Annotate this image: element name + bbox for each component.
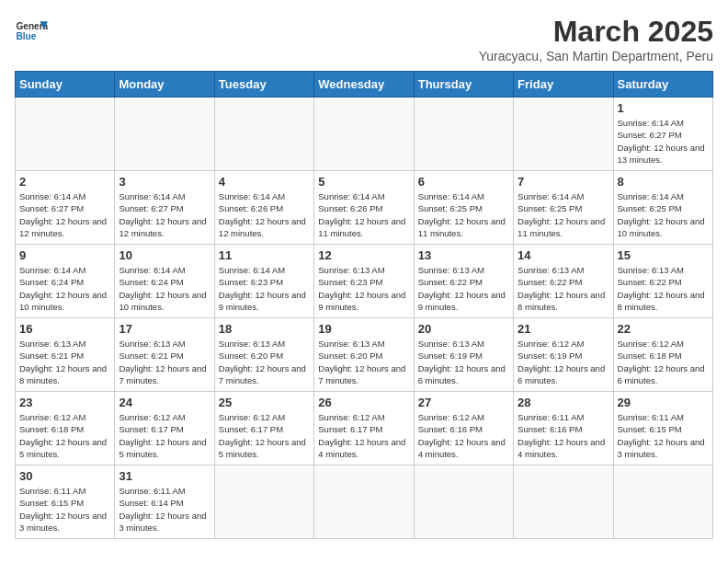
calendar-day-cell: 26Sunrise: 6:12 AM Sunset: 6:17 PM Dayli… [314, 392, 414, 465]
calendar-day-cell [314, 465, 414, 539]
calendar-day-cell: 30Sunrise: 6:11 AM Sunset: 6:15 PM Dayli… [16, 465, 115, 539]
day-number: 15 [618, 248, 709, 262]
day-number: 2 [19, 175, 110, 189]
day-info: Sunrise: 6:13 AM Sunset: 6:22 PM Dayligh… [618, 264, 709, 313]
day-number: 19 [318, 322, 409, 336]
title-area: March 2025 Yuracyacu, San Martin Departm… [479, 15, 713, 63]
day-number: 4 [219, 175, 310, 189]
calendar-day-cell: 8Sunrise: 6:14 AM Sunset: 6:25 PM Daylig… [613, 171, 712, 245]
logo: General Blue [15, 15, 48, 48]
day-number: 6 [418, 175, 509, 189]
calendar-day-cell: 1Sunrise: 6:14 AM Sunset: 6:27 PM Daylig… [613, 98, 712, 171]
location-title: Yuracyacu, San Martin Department, Peru [479, 49, 713, 63]
day-info: Sunrise: 6:13 AM Sunset: 6:21 PM Dayligh… [119, 338, 210, 386]
day-number: 10 [119, 248, 210, 262]
calendar-day-cell: 31Sunrise: 6:11 AM Sunset: 6:14 PM Dayli… [115, 465, 214, 539]
calendar-day-cell: 6Sunrise: 6:14 AM Sunset: 6:25 PM Daylig… [414, 171, 513, 245]
calendar-table: SundayMondayTuesdayWednesdayThursdayFrid… [15, 71, 713, 539]
day-info: Sunrise: 6:12 AM Sunset: 6:17 PM Dayligh… [318, 411, 409, 460]
day-number: 24 [119, 396, 210, 409]
day-number: 13 [418, 248, 509, 262]
calendar-week-row: 9Sunrise: 6:14 AM Sunset: 6:24 PM Daylig… [16, 245, 713, 318]
day-info: Sunrise: 6:12 AM Sunset: 6:18 PM Dayligh… [618, 338, 709, 386]
day-number: 9 [19, 248, 110, 262]
day-info: Sunrise: 6:12 AM Sunset: 6:16 PM Dayligh… [418, 411, 509, 460]
calendar-day-cell: 12Sunrise: 6:13 AM Sunset: 6:23 PM Dayli… [314, 245, 414, 318]
header: General Blue March 2025 Yuracyacu, San M… [15, 15, 713, 63]
day-info: Sunrise: 6:14 AM Sunset: 6:25 PM Dayligh… [618, 190, 709, 239]
day-number: 14 [518, 248, 609, 262]
calendar-day-cell: 29Sunrise: 6:11 AM Sunset: 6:15 PM Dayli… [613, 392, 712, 465]
day-info: Sunrise: 6:14 AM Sunset: 6:25 PM Dayligh… [418, 190, 509, 239]
calendar-day-cell: 5Sunrise: 6:14 AM Sunset: 6:26 PM Daylig… [314, 171, 414, 245]
calendar-day-cell [214, 98, 313, 171]
calendar-day-cell [115, 98, 214, 171]
calendar-day-cell: 19Sunrise: 6:13 AM Sunset: 6:20 PM Dayli… [314, 318, 414, 392]
day-info: Sunrise: 6:13 AM Sunset: 6:20 PM Dayligh… [219, 338, 310, 386]
calendar-week-row: 30Sunrise: 6:11 AM Sunset: 6:15 PM Dayli… [16, 465, 713, 539]
calendar-day-cell [16, 98, 115, 171]
day-info: Sunrise: 6:13 AM Sunset: 6:22 PM Dayligh… [418, 264, 509, 313]
day-info: Sunrise: 6:11 AM Sunset: 6:14 PM Dayligh… [119, 485, 210, 534]
calendar-day-cell [314, 98, 414, 171]
calendar-day-cell: 11Sunrise: 6:14 AM Sunset: 6:23 PM Dayli… [214, 245, 313, 318]
day-info: Sunrise: 6:13 AM Sunset: 6:22 PM Dayligh… [518, 264, 609, 313]
day-header-friday: Friday [514, 72, 613, 98]
calendar-day-cell: 20Sunrise: 6:13 AM Sunset: 6:19 PM Dayli… [414, 318, 513, 392]
day-number: 31 [119, 469, 210, 483]
svg-text:Blue: Blue [16, 31, 36, 41]
calendar-week-row: 1Sunrise: 6:14 AM Sunset: 6:27 PM Daylig… [16, 98, 713, 171]
day-number: 8 [618, 175, 709, 189]
calendar-day-cell: 4Sunrise: 6:14 AM Sunset: 6:26 PM Daylig… [214, 171, 313, 245]
calendar-day-cell: 22Sunrise: 6:12 AM Sunset: 6:18 PM Dayli… [613, 318, 712, 392]
day-info: Sunrise: 6:13 AM Sunset: 6:19 PM Dayligh… [418, 338, 509, 386]
day-info: Sunrise: 6:11 AM Sunset: 6:15 PM Dayligh… [19, 485, 110, 534]
day-header-wednesday: Wednesday [314, 72, 414, 98]
day-number: 17 [119, 322, 210, 336]
day-header-thursday: Thursday [414, 72, 513, 98]
calendar-day-cell: 13Sunrise: 6:13 AM Sunset: 6:22 PM Dayli… [414, 245, 513, 318]
calendar-day-cell [414, 465, 513, 539]
calendar-day-cell: 21Sunrise: 6:12 AM Sunset: 6:19 PM Dayli… [514, 318, 613, 392]
calendar-day-cell: 14Sunrise: 6:13 AM Sunset: 6:22 PM Dayli… [514, 245, 613, 318]
day-info: Sunrise: 6:12 AM Sunset: 6:17 PM Dayligh… [119, 411, 210, 460]
day-info: Sunrise: 6:12 AM Sunset: 6:18 PM Dayligh… [19, 411, 110, 460]
calendar-day-cell [514, 98, 613, 171]
day-header-tuesday: Tuesday [214, 72, 313, 98]
calendar-day-cell [613, 465, 712, 539]
day-info: Sunrise: 6:14 AM Sunset: 6:27 PM Dayligh… [618, 117, 709, 166]
calendar-week-row: 16Sunrise: 6:13 AM Sunset: 6:21 PM Dayli… [16, 318, 713, 392]
generalblue-logo-icon: General Blue [15, 15, 48, 48]
day-info: Sunrise: 6:11 AM Sunset: 6:16 PM Dayligh… [518, 411, 609, 460]
day-number: 1 [618, 101, 709, 115]
day-info: Sunrise: 6:11 AM Sunset: 6:15 PM Dayligh… [618, 411, 709, 460]
day-number: 26 [318, 396, 409, 409]
day-header-saturday: Saturday [613, 72, 712, 98]
calendar-day-cell: 23Sunrise: 6:12 AM Sunset: 6:18 PM Dayli… [16, 392, 115, 465]
calendar-header-row: SundayMondayTuesdayWednesdayThursdayFrid… [16, 72, 713, 98]
day-number: 11 [219, 248, 310, 262]
day-number: 7 [518, 175, 609, 189]
calendar-day-cell [414, 98, 513, 171]
day-info: Sunrise: 6:12 AM Sunset: 6:19 PM Dayligh… [518, 338, 609, 386]
month-title: March 2025 [479, 15, 713, 49]
calendar-day-cell: 17Sunrise: 6:13 AM Sunset: 6:21 PM Dayli… [115, 318, 214, 392]
day-number: 29 [618, 396, 709, 409]
day-number: 27 [418, 396, 509, 409]
calendar-day-cell: 25Sunrise: 6:12 AM Sunset: 6:17 PM Dayli… [214, 392, 313, 465]
day-info: Sunrise: 6:14 AM Sunset: 6:24 PM Dayligh… [19, 264, 110, 313]
day-number: 20 [418, 322, 509, 336]
day-number: 25 [219, 396, 310, 409]
day-number: 28 [518, 396, 609, 409]
day-info: Sunrise: 6:13 AM Sunset: 6:20 PM Dayligh… [318, 338, 409, 386]
calendar-day-cell: 10Sunrise: 6:14 AM Sunset: 6:24 PM Dayli… [115, 245, 214, 318]
calendar-day-cell: 27Sunrise: 6:12 AM Sunset: 6:16 PM Dayli… [414, 392, 513, 465]
day-info: Sunrise: 6:14 AM Sunset: 6:27 PM Dayligh… [119, 190, 210, 239]
calendar-day-cell: 28Sunrise: 6:11 AM Sunset: 6:16 PM Dayli… [514, 392, 613, 465]
calendar-day-cell: 18Sunrise: 6:13 AM Sunset: 6:20 PM Dayli… [214, 318, 313, 392]
calendar-day-cell: 2Sunrise: 6:14 AM Sunset: 6:27 PM Daylig… [16, 171, 115, 245]
day-number: 22 [618, 322, 709, 336]
day-header-sunday: Sunday [16, 72, 115, 98]
calendar-day-cell: 7Sunrise: 6:14 AM Sunset: 6:25 PM Daylig… [514, 171, 613, 245]
day-info: Sunrise: 6:14 AM Sunset: 6:26 PM Dayligh… [219, 190, 310, 239]
